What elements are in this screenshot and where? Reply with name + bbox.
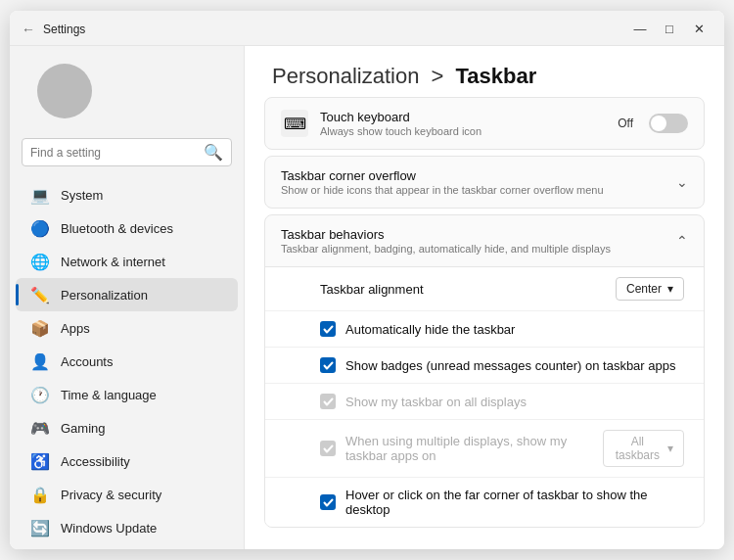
keyboard-icon: ⌨ [281, 110, 308, 137]
title-bar-left: ← Settings [22, 22, 85, 37]
sidebar-item-label-apps: Apps [61, 321, 90, 336]
main-inner: Personalization > Taskbar ⌨ Touch keyboa… [245, 46, 724, 549]
checkmark-icon-5 [323, 497, 334, 508]
search-icon: 🔍 [204, 143, 223, 162]
content-area: 🔍 💻 System 🔵 Bluetooth & devices 🌐 Netwo… [10, 46, 724, 549]
taskbar-behaviors-chevron: ⌃ [676, 233, 688, 249]
show-all-displays-label: Show my taskbar on all displays [345, 395, 527, 409]
apps-icon: 📦 [31, 319, 49, 337]
sidebar-item-label-privacy: Privacy & security [61, 488, 161, 502]
bluetooth-icon: 🔵 [31, 219, 49, 237]
show-all-displays-checkbox[interactable] [320, 394, 336, 409]
sidebar-item-label-accessibility: Accessibility [61, 454, 130, 469]
sidebar-item-time[interactable]: 🕐 Time & language [16, 378, 238, 411]
window-title: Settings [43, 23, 85, 36]
bottom-links: ❓ Get help 👤 Give feedback [245, 534, 724, 549]
search-input[interactable] [30, 146, 198, 160]
sidebar-item-privacy[interactable]: 🔒 Privacy & security [16, 478, 238, 511]
maximize-button[interactable]: □ [656, 18, 683, 41]
toggle-thumb [651, 116, 666, 131]
settings-list: ⌨ Touch keyboard Always show touch keybo… [245, 97, 724, 528]
sidebar-item-network[interactable]: 🌐 Network & internet [16, 245, 238, 278]
sidebar-top [10, 58, 244, 138]
multiple-display-label: When using multiple displays, show my ta… [345, 434, 603, 463]
system-icon: 💻 [31, 186, 49, 204]
multiple-display-chevron: ▾ [667, 442, 673, 455]
auto-hide-label: Automatically hide the taskbar [345, 322, 515, 337]
taskbar-corner-chevron: ⌄ [676, 174, 688, 190]
taskbar-behaviors-desc: Taskbar alignment, badging, automaticall… [281, 243, 611, 255]
taskbar-behaviors-info: Taskbar behaviors Taskbar alignment, bad… [281, 227, 611, 255]
taskbar-behaviors-row: Taskbar behaviors Taskbar alignment, bad… [264, 214, 705, 528]
auto-hide-checkbox[interactable] [320, 321, 336, 337]
show-all-displays-checkbox-row[interactable]: Show my taskbar on all displays [320, 394, 527, 409]
sidebar-item-personalization[interactable]: ✏️ Personalization [16, 278, 238, 311]
touch-keyboard-text: Touch keyboard Always show touch keyboar… [320, 110, 482, 137]
arrow-annotation [264, 317, 265, 341]
close-button[interactable]: ✕ [685, 18, 712, 41]
show-all-displays-setting: Show my taskbar on all displays [265, 384, 704, 420]
search-box[interactable]: 🔍 [22, 138, 232, 166]
touch-keyboard-title: Touch keyboard [320, 110, 482, 124]
taskbar-corner-text: Taskbar corner overflow Show or hide ico… [281, 168, 604, 196]
sidebar-item-bluetooth[interactable]: 🔵 Bluetooth & devices [16, 211, 238, 245]
hover-corner-checkbox[interactable] [320, 494, 336, 510]
sidebar-item-gaming[interactable]: 🎮 Gaming [16, 411, 238, 444]
title-bar: ← Settings — □ ✕ [10, 11, 724, 46]
sidebar-item-system[interactable]: 💻 System [16, 178, 238, 211]
breadcrumb: Personalization [272, 64, 419, 89]
taskbar-corner-desc: Show or hide icons that appear in the ta… [281, 184, 604, 196]
taskbar-behaviors-header[interactable]: Taskbar behaviors Taskbar alignment, bad… [265, 215, 704, 266]
auto-hide-setting: Automatically hide the taskbar [265, 311, 704, 348]
checkmark-icon [323, 324, 334, 335]
taskbar-corner-overflow-header[interactable]: Taskbar corner overflow Show or hide ico… [265, 157, 704, 208]
hover-corner-setting: Hover or click on the far corner of task… [265, 478, 704, 527]
touch-keyboard-row: ⌨ Touch keyboard Always show touch keybo… [264, 97, 705, 150]
settings-window: ← Settings — □ ✕ 🔍 💻 System [10, 11, 724, 549]
multiple-display-checkbox[interactable] [320, 441, 336, 456]
multiple-display-checkbox-row: When using multiple displays, show my ta… [320, 434, 603, 463]
sidebar-item-label-time: Time & language [61, 388, 157, 402]
sidebar-item-apps[interactable]: 📦 Apps [16, 311, 238, 345]
avatar [37, 64, 92, 118]
gaming-icon: 🎮 [31, 419, 49, 437]
sidebar-item-update[interactable]: 🔄 Windows Update [16, 511, 238, 544]
checkmark-icon-4 [323, 443, 334, 454]
title-bar-controls: — □ ✕ [626, 18, 712, 41]
alignment-text: Taskbar alignment [320, 282, 424, 297]
alignment-dropdown[interactable]: Center ▾ [616, 277, 684, 301]
toggle-track[interactable] [649, 114, 688, 133]
sidebar-item-label-gaming: Gaming [61, 421, 106, 436]
show-badges-checkbox[interactable] [320, 357, 336, 373]
checkmark-icon-3 [323, 397, 334, 407]
breadcrumb-separator: > [425, 64, 449, 89]
touch-keyboard-desc: Always show touch keyboard icon [320, 125, 482, 137]
sidebar-item-accounts[interactable]: 👤 Accounts [16, 345, 238, 378]
network-icon: 🌐 [31, 253, 49, 270]
accessibility-icon: ♿ [31, 452, 49, 470]
sidebar-item-label-system: System [61, 188, 103, 203]
taskbar-behaviors-expanded: Taskbar alignment Center ▾ [265, 266, 704, 527]
multiple-display-dropdown[interactable]: All taskbars ▾ [603, 430, 684, 467]
main-content: Personalization > Taskbar ⌨ Touch keyboa… [245, 46, 724, 549]
multiple-display-setting: When using multiple displays, show my ta… [265, 420, 704, 478]
touch-keyboard-toggle[interactable] [649, 114, 688, 133]
sidebar-item-label-bluetooth: Bluetooth & devices [61, 221, 173, 236]
update-icon: 🔄 [31, 519, 49, 537]
show-badges-checkbox-row[interactable]: Show badges (unread messages counter) on… [320, 357, 675, 373]
show-badges-setting: Show badges (unread messages counter) on… [265, 348, 704, 384]
alignment-value: Center [626, 282, 662, 296]
toggle-off-label: Off [618, 117, 633, 130]
hover-corner-checkbox-row[interactable]: Hover or click on the far corner of task… [320, 488, 684, 517]
main-header: Personalization > Taskbar [245, 46, 724, 97]
alignment-label: Taskbar alignment [320, 282, 424, 297]
sidebar-item-accessibility[interactable]: ♿ Accessibility [16, 444, 238, 478]
touch-keyboard-header[interactable]: ⌨ Touch keyboard Always show touch keybo… [265, 98, 704, 149]
auto-hide-checkbox-row[interactable]: Automatically hide the taskbar [320, 321, 515, 337]
minimize-button[interactable]: — [626, 18, 654, 41]
accounts-icon: 👤 [31, 352, 49, 370]
sidebar-item-label-personalization: Personalization [61, 288, 148, 303]
time-icon: 🕐 [31, 386, 49, 403]
alignment-setting: Taskbar alignment Center ▾ [265, 267, 704, 311]
personalization-icon: ✏️ [31, 286, 49, 303]
